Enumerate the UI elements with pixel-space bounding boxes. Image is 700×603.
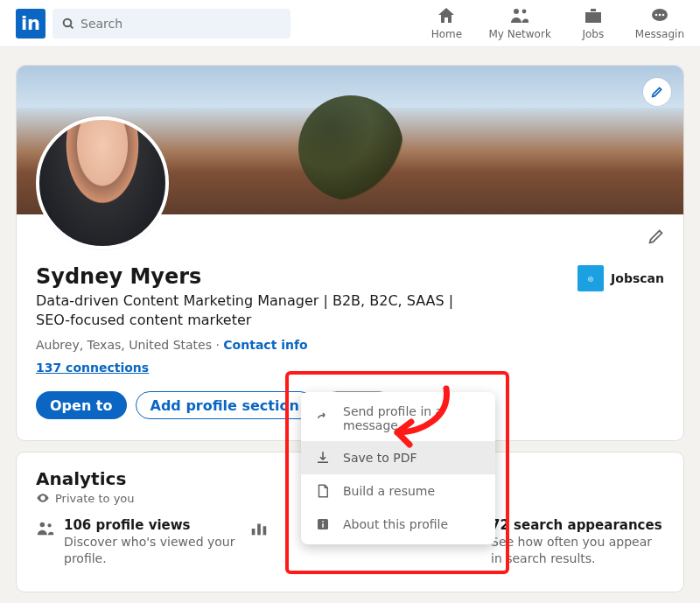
profile-location: Aubrey, Texas, United States · Contact i… <box>36 338 578 352</box>
people-icon <box>36 519 55 538</box>
nav-home[interactable]: Home <box>427 5 466 40</box>
svg-point-0 <box>64 18 72 26</box>
pencil-icon <box>647 227 666 246</box>
top-nav: in Home My Network Jobs Messagin <box>0 0 700 47</box>
search-field-wrap[interactable] <box>52 9 290 39</box>
analytics-subtitle-text: Private to you <box>55 492 135 505</box>
svg-point-2 <box>514 9 519 14</box>
pencil-icon <box>650 85 664 99</box>
svg-point-7 <box>662 14 665 17</box>
download-icon <box>315 450 331 466</box>
nav-label: Messagin <box>635 28 684 40</box>
menu-save-pdf[interactable]: Save to PDF <box>301 441 495 474</box>
search-icon <box>61 17 75 31</box>
location-text: Aubrey, Texas, United States · <box>36 338 223 352</box>
menu-label: Save to PDF <box>343 451 417 465</box>
nav-network[interactable]: My Network <box>488 5 550 40</box>
current-company[interactable]: ◎ Jobscan <box>578 265 664 291</box>
menu-label: Build a resume <box>343 484 435 498</box>
stat-profile-views[interactable]: 106 profile views Discover who's viewed … <box>36 517 237 567</box>
svg-rect-18 <box>322 521 324 522</box>
profile-avatar[interactable] <box>36 116 169 249</box>
svg-rect-11 <box>252 529 256 535</box>
company-logo: ◎ <box>578 265 604 291</box>
nav-jobs[interactable]: Jobs <box>574 5 612 40</box>
profile-card: Sydney Myers Data-driven Content Marketi… <box>16 65 684 441</box>
open-to-button[interactable]: Open to <box>36 391 127 419</box>
stat-sub: Discover who's viewed your profile. <box>64 534 237 567</box>
profile-name: Sydney Myers <box>36 263 578 290</box>
menu-label: About this profile <box>343 517 448 531</box>
home-icon <box>436 5 457 26</box>
svg-point-8 <box>42 497 45 500</box>
stat-head: 72 search appearances <box>491 517 664 533</box>
svg-point-6 <box>659 14 662 17</box>
messaging-icon <box>649 5 670 26</box>
nav-label: Home <box>431 28 462 40</box>
profile-headline: Data-driven Content Marketing Manager | … <box>36 291 473 329</box>
svg-rect-17 <box>322 523 324 528</box>
eye-icon <box>36 491 50 505</box>
search-input[interactable] <box>80 17 282 31</box>
cover-photo <box>17 66 683 214</box>
svg-point-5 <box>655 14 658 17</box>
more-dropdown: Send profile in a message Save to PDF Bu… <box>301 392 495 544</box>
svg-point-10 <box>47 523 51 527</box>
svg-line-1 <box>70 25 73 28</box>
nav-label: Jobs <box>582 28 604 40</box>
network-icon <box>509 5 530 26</box>
menu-build-resume[interactable]: Build a resume <box>301 474 495 508</box>
contact-info-link[interactable]: Contact info <box>223 338 307 352</box>
nav-messaging[interactable]: Messagin <box>635 5 684 40</box>
connections-link[interactable]: 137 connections <box>36 361 149 375</box>
share-arrow-icon <box>315 410 331 426</box>
menu-send-profile[interactable]: Send profile in a message <box>301 396 495 441</box>
jobs-icon <box>583 5 604 26</box>
svg-point-3 <box>522 10 527 14</box>
svg-point-9 <box>40 522 46 528</box>
svg-rect-12 <box>257 524 261 536</box>
linkedin-logo[interactable]: in <box>16 9 46 39</box>
info-icon <box>315 516 331 532</box>
nav-label: My Network <box>488 28 550 40</box>
svg-rect-13 <box>263 526 267 535</box>
stat-head: 106 profile views <box>64 517 237 533</box>
edit-profile-button[interactable] <box>647 227 666 249</box>
add-section-button[interactable]: Add profile section <box>136 391 314 419</box>
menu-label: Send profile in a message <box>343 404 481 432</box>
document-icon <box>315 483 331 499</box>
chart-icon <box>249 519 269 538</box>
stat-sub: See how often you appear in search resul… <box>491 534 664 567</box>
menu-about-profile[interactable]: About this profile <box>301 508 495 541</box>
edit-cover-button[interactable] <box>643 78 671 106</box>
company-name: Jobscan <box>611 271 664 285</box>
